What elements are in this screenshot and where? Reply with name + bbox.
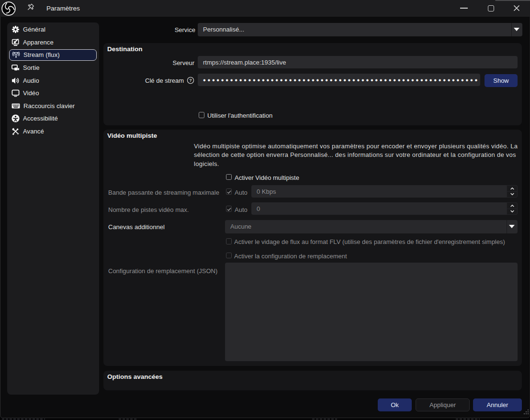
svg-text:?: ? xyxy=(189,77,192,83)
